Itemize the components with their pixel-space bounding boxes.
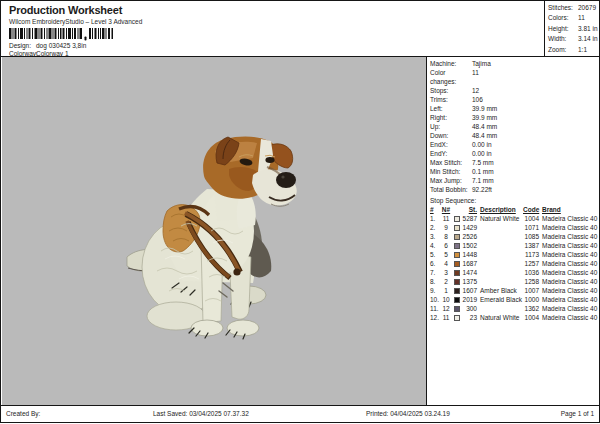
machine-row: Max Stitch:7.5 mm bbox=[430, 158, 598, 167]
summary-label: Height: bbox=[548, 24, 578, 34]
thread-code: 1173 bbox=[523, 250, 539, 259]
stop-needle-number: 6 bbox=[440, 241, 452, 250]
machine-label: Down: bbox=[430, 131, 472, 140]
thread-color-swatch bbox=[454, 315, 460, 321]
stop-needle-number: 9 bbox=[440, 223, 452, 232]
stop-row-number: 2. bbox=[430, 223, 440, 232]
thread-brand: Madeira Classic 40 bbox=[539, 304, 598, 313]
thread-color-swatch bbox=[454, 297, 460, 303]
machine-row: Color changes:11 bbox=[430, 68, 598, 86]
stop-sequence-row: 11.123001362Madeira Classic 40 bbox=[430, 304, 598, 313]
worksheet-header: Production Worksheet Wilcom EmbroiderySt… bbox=[1, 1, 599, 57]
stop-needle-number: 1 bbox=[440, 286, 452, 295]
thread-code: 1004 bbox=[523, 313, 539, 322]
summary-label: Stitches: bbox=[548, 3, 578, 13]
stop-row-number: 7. bbox=[430, 268, 440, 277]
last-saved-label: Last Saved: 03/04/2025 07.37.32 bbox=[153, 410, 249, 417]
machine-row: EndX:0.00 in bbox=[430, 140, 598, 149]
stop-col-header: St. bbox=[462, 205, 477, 214]
thread-swatch-cell bbox=[452, 279, 462, 285]
machine-label: EndX: bbox=[430, 140, 472, 149]
stop-stitch-count: 1607 bbox=[462, 286, 477, 295]
summary-row: Width:3.14 in bbox=[548, 34, 599, 44]
stop-stitch-count: 1448 bbox=[462, 250, 477, 259]
stop-sequence-title: Stop Sequence: bbox=[430, 196, 598, 205]
summary-value: 3.81 in bbox=[578, 24, 599, 34]
stop-needle-number: 11 bbox=[440, 214, 452, 223]
machine-value: 7.5 mm bbox=[472, 158, 598, 167]
stop-sequence-row: 3.825261085Madeira Classic 40 bbox=[430, 232, 598, 241]
thread-code: 1071 bbox=[523, 223, 539, 232]
stop-sequence-row: 6.416871257Madeira Classic 40 bbox=[430, 259, 598, 268]
machine-value: 0.00 in bbox=[472, 149, 598, 158]
machine-value: 48.4 mm bbox=[472, 122, 598, 131]
thread-swatch-cell bbox=[452, 270, 462, 276]
stop-needle-number: 5 bbox=[440, 250, 452, 259]
thread-code: 1004 bbox=[523, 214, 539, 223]
machine-row: Trims:106 bbox=[430, 95, 598, 104]
thread-brand: Madeira Classic 40 bbox=[539, 232, 598, 241]
thread-color-swatch bbox=[454, 216, 460, 222]
thread-color-swatch bbox=[454, 261, 460, 267]
thread-color-swatch bbox=[454, 243, 460, 249]
stop-row-number: 3. bbox=[430, 232, 440, 241]
stop-col-header: Code bbox=[523, 205, 539, 214]
stop-sequence-row: 2.914291071Madeira Classic 40 bbox=[430, 223, 598, 232]
machine-row: Min Stitch:0.1 mm bbox=[430, 167, 598, 176]
thread-color-swatch bbox=[454, 252, 460, 258]
machine-value: Tajima bbox=[472, 59, 598, 68]
thread-color-swatch bbox=[454, 234, 460, 240]
thread-code: 1085 bbox=[523, 232, 539, 241]
stop-row-number: 8. bbox=[430, 277, 440, 286]
stop-sequence-row: 9.11607Amber Black1007Madeira Classic 40 bbox=[430, 286, 598, 295]
page-title: Production Worksheet bbox=[9, 4, 122, 16]
summary-row: Zoom:1:1 bbox=[548, 45, 599, 55]
stop-sequence-row: 12.1123Natural White1004Madeira Classic … bbox=[430, 313, 598, 322]
summary-value: 3.14 in bbox=[578, 34, 599, 44]
machine-value: 0.00 in bbox=[472, 140, 598, 149]
summary-row: Stitches:20679 bbox=[548, 3, 599, 13]
thread-description: Natural White bbox=[477, 313, 523, 322]
thread-description: Natural White bbox=[477, 214, 523, 223]
machine-row: Machine:Tajima bbox=[430, 59, 598, 68]
machine-value: 39.9 mm bbox=[472, 113, 598, 122]
stop-row-number: 11. bbox=[430, 304, 440, 313]
machine-label: Up: bbox=[430, 122, 472, 131]
machine-label: Machine: bbox=[430, 59, 472, 68]
stop-needle-number: 10 bbox=[440, 295, 452, 304]
thread-color-swatch bbox=[454, 225, 460, 231]
stop-stitch-count: 2019 bbox=[462, 295, 477, 304]
stop-needle-number: 11 bbox=[440, 313, 452, 322]
thread-description: Amber Black bbox=[477, 286, 523, 295]
stop-sequence-row: 8.213751258Madeira Classic 40 bbox=[430, 277, 598, 286]
machine-value: 0.1 mm bbox=[472, 167, 598, 176]
thread-code: 1257 bbox=[523, 259, 539, 268]
stop-row-number: 6. bbox=[430, 259, 440, 268]
colorway-row: Colorway: Colorway 1 bbox=[9, 50, 69, 57]
machine-row: Down:48.4 mm bbox=[430, 131, 598, 140]
stop-col-header: Description bbox=[477, 205, 523, 214]
thread-code: 1007 bbox=[523, 286, 539, 295]
thread-swatch-cell bbox=[452, 216, 462, 222]
thread-swatch-cell bbox=[452, 288, 462, 294]
machine-label: EndY: bbox=[430, 149, 472, 158]
machine-label: Total Bobbin: bbox=[430, 185, 472, 194]
stop-stitch-count: 1474 bbox=[462, 268, 477, 277]
stop-sequence-row: 10.102019Emerald Black1000Madeira Classi… bbox=[430, 295, 598, 304]
summary-value: 1:1 bbox=[578, 45, 599, 55]
machine-value: 39.9 mm bbox=[472, 104, 598, 113]
machine-row: Left:39.9 mm bbox=[430, 104, 598, 113]
machine-label: Max Jump: bbox=[430, 176, 472, 185]
stop-sequence-row: 1.115287Natural White1004Madeira Classic… bbox=[430, 214, 598, 223]
stop-stitch-count: 2526 bbox=[462, 232, 477, 241]
thread-brand: Madeira Classic 40 bbox=[539, 250, 598, 259]
machine-label: Min Stitch: bbox=[430, 167, 472, 176]
summary-value: 20679 bbox=[578, 3, 599, 13]
machine-row: Up:48.4 mm bbox=[430, 122, 598, 131]
thread-code: 1000 bbox=[523, 295, 539, 304]
machine-label: Left: bbox=[430, 104, 472, 113]
created-by-label: Created By: bbox=[6, 410, 40, 417]
thread-description: Emerald Black bbox=[477, 295, 523, 304]
stop-col-header: N# bbox=[440, 205, 452, 214]
thread-code: 1258 bbox=[523, 277, 539, 286]
